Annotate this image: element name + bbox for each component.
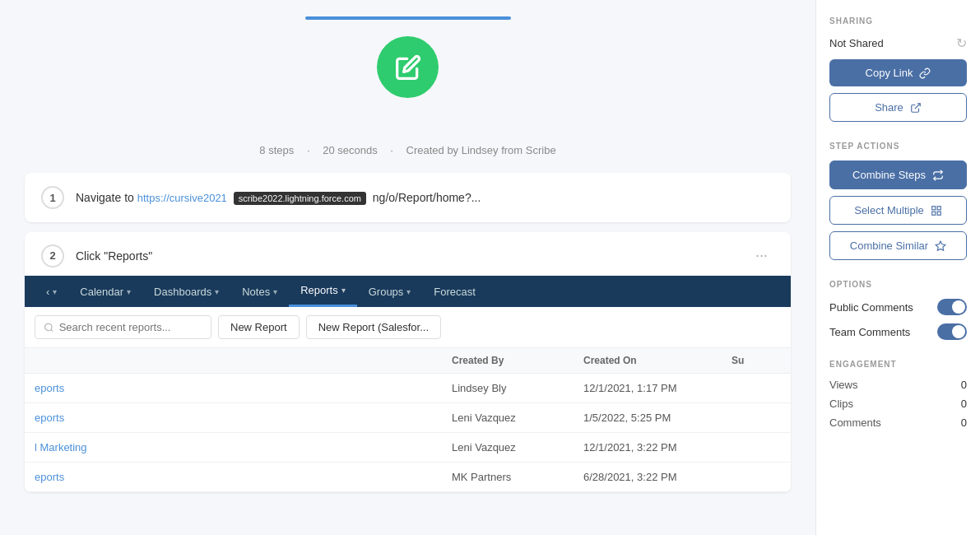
report-author-4: MK Partners: [452, 471, 583, 483]
svg-rect-5: [932, 212, 936, 215]
table-row: l Marketing Leni Vazquez 12/1/2021, 3:22…: [25, 433, 791, 463]
not-shared-label: Not Shared: [829, 37, 884, 49]
svg-point-0: [45, 323, 52, 330]
col-sub: Su: [732, 355, 781, 366]
views-row: Views 0: [829, 379, 967, 391]
table-row: eports Leni Vazquez 1/5/2022, 5:25 PM: [25, 403, 791, 433]
combine-steps-label: Combine Steps: [852, 169, 926, 181]
sharing-title: SHARING: [829, 16, 967, 26]
copy-link-label: Copy Link: [866, 67, 913, 79]
report-name-4[interactable]: eports: [35, 471, 452, 483]
report-name-1[interactable]: eports: [35, 382, 452, 394]
public-comments-toggle[interactable]: [937, 299, 967, 315]
nav-item-forecast[interactable]: Forecast: [422, 277, 487, 306]
search-box[interactable]: [35, 315, 211, 339]
report-date-3: 12/1/2021, 3:22 PM: [583, 441, 732, 454]
avatar: [377, 36, 439, 98]
col-created-by[interactable]: Created By: [452, 355, 583, 366]
engagement-section: ENGAGEMENT Views 0 Clips 0 Comments 0: [829, 360, 967, 429]
public-comments-label: Public Comments: [829, 301, 913, 314]
comments-label: Comments: [829, 416, 881, 429]
clips-label: Clips: [829, 398, 853, 410]
col-created-on[interactable]: Created On: [583, 355, 732, 366]
nav-item-notes[interactable]: Notes ▾: [230, 277, 289, 306]
svg-rect-4: [937, 206, 941, 209]
step-2-card: 2 Click "Reports" ··· ‹ ▾ Calendar ▾ Das…: [25, 232, 791, 492]
link-icon: [919, 67, 931, 79]
views-label: Views: [829, 379, 857, 391]
report-date-4: 6/28/2021, 3:22 PM: [583, 471, 732, 483]
step-1-text: Navigate to https://cursive2021 scribe20…: [76, 191, 774, 204]
share-label: Share: [875, 101, 903, 114]
search-icon: [44, 322, 54, 333]
options-title: OPTIONS: [829, 280, 967, 289]
comments-row: Comments 0: [829, 416, 967, 429]
reports-toolbar: New Report New Report (Salesfor...: [25, 307, 791, 348]
new-report-sf-button[interactable]: New Report (Salesfor...: [306, 315, 441, 339]
report-date-1: 12/1/2021, 1:17 PM: [583, 382, 732, 394]
select-multiple-icon: [931, 205, 942, 216]
step-url[interactable]: https://cursive2021: [137, 192, 227, 204]
refresh-icon[interactable]: ↻: [956, 35, 967, 51]
step-1-number: 1: [41, 186, 64, 209]
team-comments-row: Team Comments: [829, 323, 967, 340]
svg-rect-6: [937, 212, 941, 215]
sharing-section: SHARING Not Shared ↻ Copy Link Share: [829, 16, 967, 122]
right-panel: SHARING Not Shared ↻ Copy Link Share STE…: [815, 0, 980, 535]
clips-value: 0: [961, 398, 967, 410]
svg-line-1: [51, 329, 53, 331]
report-name-2[interactable]: eports: [35, 412, 452, 424]
views-value: 0: [961, 379, 967, 391]
nav-bar: ‹ ▾ Calendar ▾ Dashboards ▾ Notes ▾ Repo…: [25, 276, 791, 307]
report-author-2: Leni Vazquez: [452, 412, 583, 424]
svg-line-2: [915, 103, 920, 108]
table-row: eports Lindsey Bly 12/1/2021, 1:17 PM: [25, 374, 791, 403]
comments-value: 0: [961, 416, 967, 429]
svg-marker-7: [936, 241, 945, 250]
nav-item-groups[interactable]: Groups ▾: [357, 277, 423, 306]
report-name-3[interactable]: l Marketing: [35, 441, 452, 454]
sharing-row: Not Shared ↻: [829, 35, 967, 51]
table-row: eports MK Partners 6/28/2021, 3:22 PM: [25, 463, 791, 492]
reports-content: New Report New Report (Salesfor... Creat…: [25, 307, 791, 492]
report-author-3: Leni Vazquez: [452, 441, 583, 454]
nav-item-dashboards[interactable]: Dashboards ▾: [142, 277, 230, 306]
step-1-card: 1 Navigate to https://cursive2021 scribe…: [25, 173, 791, 222]
step-2-number: 2: [41, 244, 64, 268]
team-comments-toggle[interactable]: [937, 323, 967, 340]
step-2-text: Click "Reports": [76, 249, 737, 263]
copy-link-button[interactable]: Copy Link: [829, 59, 967, 86]
engagement-title: ENGAGEMENT: [829, 360, 967, 369]
step-more-menu[interactable]: ···: [749, 244, 774, 268]
report-author-1: Lindsey Bly: [452, 382, 583, 394]
nav-item-left-arrow[interactable]: ‹ ▾: [35, 277, 68, 306]
progress-bar: [305, 16, 511, 20]
table-header: Created By Created On Su: [25, 348, 791, 374]
meta-info: 8 steps · 20 seconds · Created by Lindse…: [25, 144, 791, 156]
report-date-2: 1/5/2022, 5:25 PM: [583, 412, 732, 424]
options-section: OPTIONS Public Comments Team Comments: [829, 280, 967, 340]
clips-row: Clips 0: [829, 398, 967, 410]
team-comments-label: Team Comments: [829, 326, 910, 338]
nav-item-calendar[interactable]: Calendar ▾: [68, 277, 142, 306]
combine-steps-button[interactable]: Combine Steps: [829, 160, 967, 189]
nav-item-reports[interactable]: Reports ▾: [289, 276, 357, 307]
combine-similar-button[interactable]: Combine Similar: [829, 231, 967, 260]
select-multiple-button[interactable]: Select Multiple: [829, 196, 967, 225]
share-button[interactable]: Share: [829, 93, 967, 122]
select-multiple-label: Select Multiple: [854, 204, 924, 216]
reports-table: Created By Created On Su eports Lindsey …: [25, 348, 791, 492]
search-input[interactable]: [59, 321, 202, 333]
url-tooltip: scribe2022.lightning.force.com: [234, 192, 366, 205]
page-title-input[interactable]: New Event: [252, 111, 564, 137]
new-report-button[interactable]: New Report: [218, 315, 300, 339]
step-actions-title: STEP ACTIONS: [829, 142, 967, 151]
combine-similar-label: Combine Similar: [850, 240, 928, 252]
external-link-icon: [910, 102, 922, 114]
svg-rect-3: [932, 206, 936, 209]
combine-steps-icon: [932, 170, 944, 181]
step-actions-section: STEP ACTIONS Combine Steps Select Multip…: [829, 142, 967, 260]
public-comments-row: Public Comments: [829, 299, 967, 315]
combine-similar-icon: [935, 240, 946, 252]
